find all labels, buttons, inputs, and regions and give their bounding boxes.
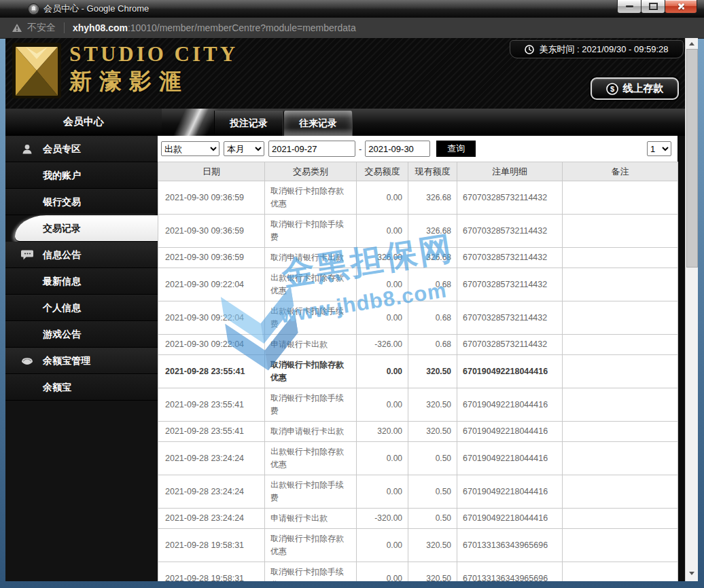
address-separator	[64, 22, 65, 33]
cell-balance: 0.68	[408, 301, 457, 335]
address-bar[interactable]: 不安全 xhyh08.com :10010/member/memberCentr…	[0, 18, 704, 39]
cell-remark	[563, 268, 678, 301]
cell-detail: 670190492218044416	[457, 475, 563, 509]
cell-date: 2021-09-28 23:55:41	[158, 388, 265, 422]
cell-remark	[563, 335, 678, 355]
period-select[interactable]: 本月	[224, 141, 264, 156]
cell-remark	[563, 509, 678, 529]
tab-transaction-history[interactable]: 往来记录	[283, 111, 353, 136]
svg-text:$: $	[610, 85, 614, 93]
online-deposit-button[interactable]: $ 线上存款	[591, 77, 679, 100]
transaction-type-select[interactable]: 出款	[161, 141, 219, 156]
cell-type: 取消银行卡扣除存款优惠	[265, 529, 357, 562]
cell-detail: 670703285732114432	[457, 215, 563, 248]
sidebar-group-label: 会员专区	[43, 143, 81, 155]
url-path: :10010/member/memberCentre?module=member…	[128, 22, 356, 33]
cell-type: 出款银行卡扣除手续费	[265, 475, 357, 509]
cell-type: 申请银行卡出款	[265, 335, 357, 355]
cell-amount: 0.00	[357, 562, 408, 582]
cell-type: 出款银行卡扣除手续费	[265, 301, 357, 335]
cell-date: 2021-09-28 23:24:24	[158, 442, 265, 475]
security-label: 不安全	[27, 22, 56, 34]
cell-type: 出款银行卡扣除存款优惠	[265, 268, 357, 301]
sidebar-item-yuebao[interactable]: 余额宝	[5, 374, 158, 401]
sidebar-item-transaction-records[interactable]: 交易记录	[15, 215, 158, 242]
cell-detail: 670133136343965696	[457, 529, 563, 562]
sidebar-group-member-zone[interactable]: 会员专区	[5, 136, 158, 162]
transactions-table: 日期交易类别交易额度现有额度注单明细备注 2021-09-30 09:36:59…	[158, 162, 678, 581]
dollar-icon: $	[606, 83, 618, 95]
table-row: 2021-09-28 23:24:24出款银行卡扣除手续费0.000.50670…	[158, 475, 678, 509]
sidebar-group-yuebao-management[interactable]: 余额宝管理	[5, 348, 158, 374]
sidebar-item-personal-info[interactable]: 个人信息	[5, 295, 158, 321]
table-row: 2021-09-30 09:22:04出款银行卡扣除存款优惠0.000.6867…	[158, 268, 678, 301]
cell-remark	[563, 248, 678, 268]
cell-balance: 0.68	[408, 268, 457, 301]
cell-balance: 326.68	[408, 248, 457, 268]
cell-amount: 0.00	[357, 301, 408, 335]
close-button[interactable]	[665, 0, 697, 14]
cell-date: 2021-09-30 09:36:59	[158, 215, 265, 248]
brand-text: STUDIO CITY 新濠影滙	[69, 41, 238, 96]
tab-bet-records[interactable]: 投注记录	[214, 111, 283, 136]
table-row: 2021-09-30 09:36:59取消银行卡扣除存款优惠0.00326.68…	[158, 181, 678, 215]
cell-amount: 320.00	[357, 422, 408, 442]
cell-detail: 670190492218044416	[457, 442, 563, 475]
cell-amount: 0.00	[357, 529, 408, 562]
cell-remark	[563, 215, 678, 248]
cell-remark	[563, 475, 678, 509]
ingot-icon	[20, 356, 34, 366]
table-row: 2021-09-30 09:22:04出款银行卡扣除手续费0.000.68670…	[158, 301, 678, 335]
table-header-3: 现有额度	[408, 162, 457, 181]
chrome-icon	[29, 4, 39, 14]
cell-balance: 326.68	[408, 215, 457, 248]
table-header-4: 注单明细	[457, 162, 563, 181]
cell-type: 取消银行卡扣除存款优惠	[265, 181, 357, 215]
date-from-input[interactable]	[268, 141, 355, 157]
sidebar-item-game-announcements[interactable]: 游戏公告	[5, 321, 158, 348]
page-number-select[interactable]: 1	[647, 141, 671, 156]
maximize-button[interactable]	[641, 0, 665, 14]
cell-date: 2021-09-28 19:58:31	[158, 529, 265, 562]
cell-remark	[563, 442, 678, 475]
main-panel: 出款 本月 - 查询 1	[158, 136, 677, 581]
table-row: 2021-09-30 09:36:59取消银行卡扣除手续费0.00326.686…	[158, 215, 678, 248]
cell-remark	[563, 301, 678, 335]
date-to-input[interactable]	[365, 141, 430, 157]
cell-balance: 320.50	[408, 388, 457, 422]
cell-amount: -326.00	[357, 335, 408, 355]
cell-date: 2021-09-28 23:55:41	[158, 422, 265, 442]
cell-detail: 670190492218044416	[457, 509, 563, 529]
cell-amount: 0.00	[357, 388, 408, 422]
cell-balance: 320.50	[408, 355, 457, 388]
sidebar-item-latest-info[interactable]: 最新信息	[5, 268, 158, 295]
cell-date: 2021-09-30 09:36:59	[158, 248, 265, 268]
cell-detail: 670190492218044416	[457, 355, 563, 388]
cell-type: 取消申请银行卡出款	[265, 248, 357, 268]
search-button[interactable]: 查询	[436, 141, 476, 157]
table-row: 2021-09-28 19:58:31取消银行卡扣除存款优惠0.00320.50…	[158, 529, 678, 562]
page-content: STUDIO CITY 新濠影滙 美东时间 : 2021/09/30 - 09:…	[5, 38, 685, 581]
vertical-scrollbar[interactable]	[685, 38, 698, 581]
sidebar-item-bank-transactions[interactable]: 银行交易	[5, 189, 158, 215]
cell-amount: 0.00	[357, 475, 408, 509]
cell-balance: 326.68	[408, 181, 457, 215]
sidebar-item-my-account[interactable]: 我的账户	[5, 162, 158, 189]
minimize-button[interactable]	[617, 0, 641, 14]
studio-city-x-icon	[12, 41, 61, 100]
browser-window: 会员中心 - Google Chrome 不安全 xhyh08.com :100…	[0, 0, 704, 588]
cell-date: 2021-09-30 09:22:04	[158, 268, 265, 301]
scroll-up-icon[interactable]	[686, 38, 698, 49]
scroll-down-icon[interactable]	[686, 568, 698, 578]
cell-detail: 670703285732114432	[457, 268, 563, 301]
table-row: 2021-09-28 23:24:24出款银行卡扣除存款优惠0.000.5067…	[158, 442, 678, 475]
sidebar-group-info-announcements[interactable]: 信息公告	[5, 242, 158, 268]
cell-amount: 0.00	[357, 442, 408, 475]
table-row: 2021-09-28 23:55:41取消银行卡扣除存款优惠0.00320.50…	[158, 355, 678, 388]
scrollbar-thumb[interactable]	[686, 49, 698, 268]
window-title: 会员中心 - Google Chrome	[43, 3, 149, 15]
cell-remark	[563, 562, 678, 582]
cell-amount: -320.00	[357, 509, 408, 529]
filter-bar: 出款 本月 - 查询 1	[158, 136, 677, 162]
user-icon	[20, 143, 34, 155]
